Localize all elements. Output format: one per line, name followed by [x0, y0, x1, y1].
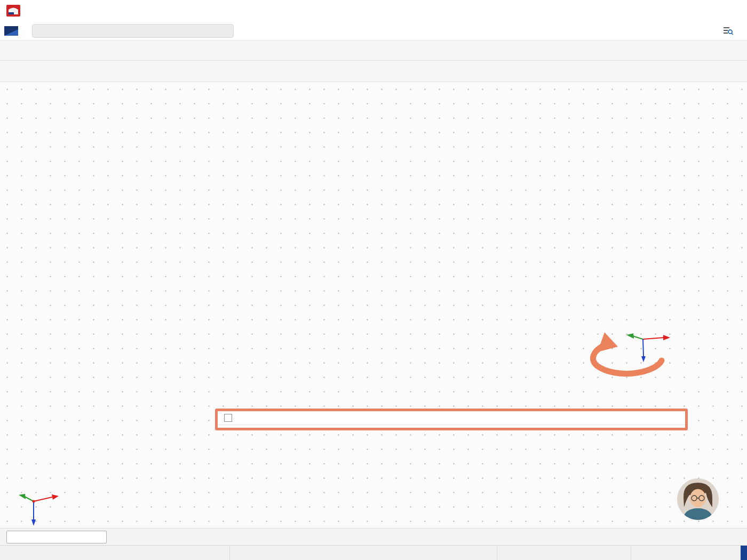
- property-rows: [218, 425, 685, 428]
- origin-axes: [626, 333, 670, 362]
- status-bar: [0, 545, 747, 560]
- status-plane-section: [497, 546, 631, 560]
- toolbar-main: [0, 41, 747, 61]
- collapse-button[interactable]: [224, 414, 232, 422]
- viewport-overlay: [0, 82, 747, 528]
- license-area[interactable]: [723, 26, 737, 35]
- bottom-toolbar: [0, 528, 747, 545]
- coordinate-system-combo[interactable]: [6, 531, 107, 543]
- menu-bar: [0, 21, 747, 41]
- user-avatar[interactable]: [677, 478, 719, 520]
- avatar-photo-icon: [677, 478, 719, 520]
- title-bar: [0, 0, 747, 21]
- panel-header: [218, 411, 685, 425]
- status-corner-accent: [741, 546, 747, 560]
- status-spacer-2: [631, 546, 741, 560]
- global-axes-triad: [19, 494, 59, 526]
- search-input[interactable]: [32, 24, 234, 38]
- status-spacer-1: [0, 546, 229, 560]
- dlubal-flag-icon[interactable]: [4, 26, 18, 36]
- status-cs-section: [229, 546, 497, 560]
- app-logo-icon: [6, 5, 20, 17]
- license-icon: [723, 26, 733, 35]
- toolbar-insert: [0, 61, 747, 82]
- model-viewport[interactable]: [0, 82, 747, 528]
- axis-rotation-panel: [215, 409, 688, 430]
